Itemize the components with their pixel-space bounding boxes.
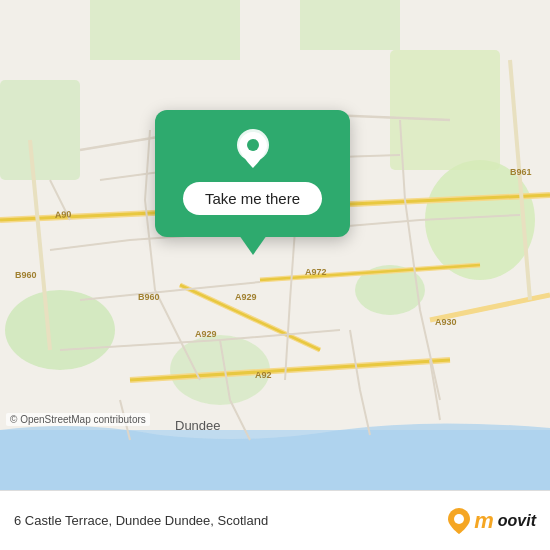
take-me-there-button[interactable]: Take me there [183,182,322,215]
osm-attribution: © OpenStreetMap contributors [6,413,150,426]
svg-text:A929: A929 [235,292,257,302]
location-address: 6 Castle Terrace, Dundee Dundee, Scotlan… [14,513,268,528]
svg-rect-7 [300,0,400,50]
svg-point-21 [247,139,259,151]
svg-text:B960: B960 [138,292,160,302]
svg-rect-5 [0,80,80,180]
moovit-m-letter: m [474,508,494,534]
svg-text:Dundee: Dundee [175,418,221,433]
svg-text:B960: B960 [15,270,37,280]
moovit-pin-icon [448,508,470,534]
svg-text:A972: A972 [305,267,327,277]
location-popup: Take me there [155,110,350,237]
moovit-text: oovit [498,512,536,530]
bottom-info-bar: 6 Castle Terrace, Dundee Dundee, Scotlan… [0,490,550,550]
svg-point-1 [5,290,115,370]
svg-text:A92: A92 [255,370,272,380]
svg-rect-6 [90,0,240,60]
svg-text:A929: A929 [195,329,217,339]
moovit-logo: m oovit [448,508,536,534]
svg-text:A90: A90 [55,209,72,220]
map-view: A90 B960 B961 B960 A972 A929 A92 A930 A9… [0,0,550,490]
svg-text:B961: B961 [510,167,532,177]
svg-text:A930: A930 [435,317,457,327]
svg-point-22 [454,514,464,524]
location-pin-icon [231,128,275,172]
svg-rect-4 [390,50,500,170]
